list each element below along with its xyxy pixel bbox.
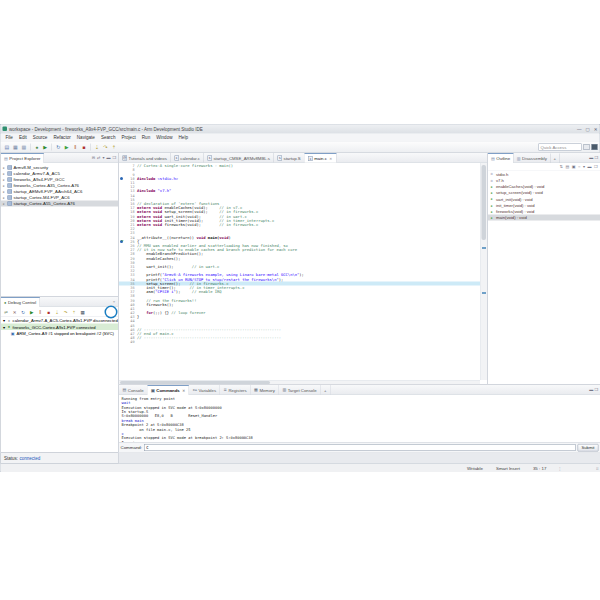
editor-vscroll-thumb[interactable] bbox=[482, 165, 487, 240]
code-token: uart_init(); bbox=[137, 264, 174, 269]
menu-run[interactable]: Run bbox=[139, 135, 153, 140]
project-item[interactable]: ▸startup_Cortex-A55_Cortex-A76 bbox=[1, 201, 118, 207]
tab-disassembly[interactable]: ▥Disassembly bbox=[514, 153, 551, 163]
close-icon[interactable]: ✕ bbox=[594, 126, 598, 131]
expander-icon[interactable]: ▾ bbox=[3, 324, 5, 329]
expander-icon[interactable]: ▾ bbox=[3, 318, 5, 323]
menu-edit[interactable]: Edit bbox=[16, 135, 30, 140]
continue-icon[interactable]: ▶ bbox=[63, 143, 72, 151]
bottom-tab-icon: x= bbox=[193, 388, 197, 393]
new-file-icon[interactable]: ▤ bbox=[3, 143, 12, 151]
fields-icon[interactable]: ▤ bbox=[565, 165, 569, 170]
tab-console[interactable]: ▤Console bbox=[119, 385, 148, 395]
expander-icon[interactable]: ▸ bbox=[3, 178, 6, 182]
step-into-icon[interactable]: ⇣ bbox=[93, 143, 102, 151]
restart-icon[interactable]: ↻ bbox=[54, 143, 63, 151]
current-line-annotation-mark[interactable] bbox=[482, 292, 486, 294]
code-line[interactable]: 49 bbox=[119, 340, 480, 344]
expander-icon[interactable]: ▸ bbox=[3, 166, 6, 170]
close-tab-icon[interactable]: ✕ bbox=[182, 388, 185, 392]
minimize-icon[interactable]: — bbox=[577, 126, 582, 131]
reset-icon[interactable]: ↻ bbox=[20, 308, 28, 315]
expander-icon[interactable]: ▸ bbox=[3, 184, 6, 188]
tab-+[interactable]: + bbox=[550, 153, 559, 163]
tab-outline[interactable]: ▤Outline bbox=[488, 153, 514, 163]
view-menu-icon[interactable]: ▾ bbox=[583, 165, 585, 170]
code-editor[interactable]: 7// Cortex-A single-core fireworks - mai… bbox=[119, 163, 480, 380]
static-members-icon[interactable]: ▣ bbox=[572, 165, 576, 170]
project-icon bbox=[8, 178, 13, 182]
link-with-editor-icon[interactable]: ⇄ bbox=[97, 156, 100, 161]
tab-debug-control[interactable]: ● Debug Control bbox=[1, 297, 40, 307]
hide-non-public-icon[interactable]: ○ bbox=[578, 165, 580, 170]
menu-window[interactable]: Window bbox=[153, 135, 175, 140]
sort-icon[interactable]: ⇅ bbox=[560, 165, 563, 170]
tab-target-console[interactable]: ▥Target Console bbox=[279, 385, 321, 395]
menu-project[interactable]: Project bbox=[118, 135, 138, 140]
step-over-icon[interactable]: ↷ bbox=[62, 308, 70, 315]
continue-icon[interactable]: ▶ bbox=[28, 308, 36, 315]
tab-commands[interactable]: ▣Commands✕ bbox=[148, 385, 190, 395]
menu-source[interactable]: Source bbox=[30, 135, 51, 140]
tab--[interactable]: + bbox=[321, 385, 331, 395]
command-input[interactable] bbox=[144, 444, 575, 451]
line-marker-gutter[interactable] bbox=[119, 340, 125, 344]
close-tab-icon[interactable]: ✕ bbox=[329, 156, 332, 160]
debug-session-item[interactable]: ▾●calendar_Armv7-A_AC5-Cortex-A9x1-FVP d… bbox=[1, 317, 118, 324]
editor-tab-startup-cmse-armv8mbl-s[interactable]: sstartup_CMSE_ARMv8MBL.s bbox=[204, 153, 274, 163]
maximize-view-icon[interactable]: ❐ bbox=[594, 165, 598, 170]
maximize-view-icon[interactable]: ❐ bbox=[112, 156, 116, 161]
step-into-icon[interactable]: ⇣ bbox=[54, 308, 62, 315]
command-label: Command: bbox=[121, 445, 143, 450]
save-icon[interactable]: ▦ bbox=[11, 143, 20, 151]
disconnect-icon[interactable]: ✕ bbox=[11, 308, 19, 315]
view-menu-icon[interactable]: ▾ bbox=[102, 156, 104, 161]
breakpoint-annotation-mark[interactable] bbox=[482, 247, 486, 249]
editor-tab-main-c[interactable]: cmain.c✕ bbox=[305, 153, 337, 163]
expander-icon[interactable]: ▸ bbox=[3, 172, 6, 176]
maximize-icon[interactable]: ▢ bbox=[585, 126, 589, 131]
commands-console-output[interactable]: Running from entry pointwaitExecution st… bbox=[119, 395, 600, 443]
editor-tab-startup-s[interactable]: sstartup.S bbox=[274, 153, 305, 163]
debug-session-item[interactable]: ▣ARM_Cortex-A9 #1 stopped on breakpoint … bbox=[1, 330, 118, 337]
breakpoint-icon[interactable] bbox=[120, 177, 123, 180]
tab-project-explorer[interactable]: ▤ Project Explorer bbox=[1, 153, 44, 163]
save-all-icon[interactable]: ▩ bbox=[20, 143, 29, 151]
menu-search[interactable]: Search bbox=[98, 135, 119, 140]
step-over-icon[interactable]: ↷ bbox=[101, 143, 110, 151]
outline-item[interactable]: ●main(void) : void bbox=[488, 214, 600, 220]
submit-button[interactable]: Submit bbox=[578, 444, 599, 452]
tab-variables[interactable]: x=Variables bbox=[189, 385, 220, 395]
stop-icon[interactable]: ■ bbox=[80, 143, 89, 151]
debug-bug-icon[interactable]: ● bbox=[33, 143, 42, 151]
minimize-view-icon[interactable]: ▬ bbox=[106, 156, 110, 161]
c-cpp-perspective-icon[interactable] bbox=[584, 144, 590, 150]
instruction-step-icon[interactable]: ▦ bbox=[79, 308, 87, 315]
debug-perspective-icon[interactable] bbox=[592, 144, 598, 150]
editor-tab-tutorials-and-videos[interactable]: @Tutorials and videos bbox=[119, 153, 171, 163]
code-token: main( bbox=[206, 235, 220, 240]
step-out-icon[interactable]: ⇡ bbox=[110, 143, 119, 151]
editor-vertical-scrollbar[interactable] bbox=[480, 163, 487, 380]
editor-tab-calendar-c[interactable]: ccalendar.c bbox=[171, 153, 204, 163]
expander-icon[interactable]: ▸ bbox=[3, 202, 6, 206]
collapse-all-icon[interactable]: ⊟ bbox=[92, 156, 95, 161]
menu-navigate[interactable]: Navigate bbox=[74, 135, 98, 140]
stop-icon[interactable]: ■ bbox=[45, 308, 53, 315]
bottom-tab-label: Memory bbox=[259, 387, 275, 392]
connect-icon[interactable]: ⇌ bbox=[3, 308, 11, 315]
tab-memory[interactable]: ▦Memory bbox=[251, 385, 279, 395]
tab-registers[interactable]: ≣Registers bbox=[220, 385, 251, 395]
run-icon[interactable]: ▶ bbox=[41, 143, 50, 151]
menu-file[interactable]: File bbox=[3, 135, 16, 140]
expander-icon[interactable]: ▸ bbox=[3, 190, 6, 194]
minimize-view-icon[interactable]: ▬ bbox=[587, 165, 591, 170]
step-out-icon[interactable]: ⇡ bbox=[71, 308, 79, 315]
menu-help[interactable]: Help bbox=[176, 135, 191, 140]
outline-label: main(void) : void bbox=[496, 215, 527, 220]
interrupt-icon[interactable]: ‖ bbox=[71, 143, 80, 151]
expander-icon[interactable]: ▸ bbox=[3, 196, 6, 200]
menu-refactor[interactable]: Refactor bbox=[50, 135, 73, 140]
interrupt-icon[interactable]: ‖ bbox=[37, 308, 45, 315]
quick-access-input[interactable]: Quick Access bbox=[539, 143, 582, 150]
